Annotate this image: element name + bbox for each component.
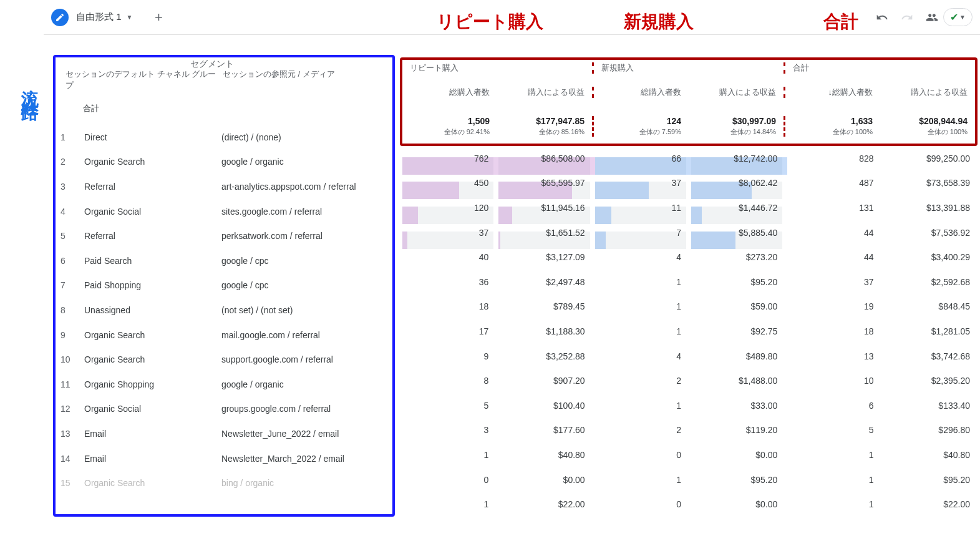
metric-cell: 37 bbox=[593, 178, 689, 188]
check-icon: ✔ bbox=[950, 11, 958, 23]
table-row[interactable]: 2 Organic Search google / organic bbox=[56, 150, 392, 175]
table-row[interactable]: 7 Paid Shopping google / cpc bbox=[56, 273, 392, 298]
table-row[interactable]: 13 Email Newsletter_June_2022 / email bbox=[56, 421, 392, 446]
total-revenue-header[interactable]: 購入による収益 bbox=[880, 87, 975, 98]
new-revenue-header[interactable]: 購入による収益 bbox=[689, 87, 785, 98]
row-source: google / organic bbox=[221, 379, 387, 389]
metric-cell: $11,945.16 bbox=[496, 203, 592, 213]
table-row[interactable]: 3$177.602$119.205$296.80 bbox=[400, 418, 978, 443]
row-channel: Organic Search bbox=[78, 330, 221, 340]
share-icon[interactable] bbox=[921, 6, 943, 29]
table-row[interactable]: 5 Referral perksatwork.com / referral bbox=[56, 223, 392, 248]
row-index: 7 bbox=[61, 280, 78, 290]
table-row[interactable]: 4 Organic Social sites.google.com / refe… bbox=[56, 199, 392, 224]
table-row[interactable]: 9$3,252.884$489.8013$3,742.68 bbox=[400, 344, 978, 369]
row-index: 1 bbox=[61, 132, 78, 142]
table-row[interactable]: 10 Organic Search support.google.com / r… bbox=[56, 347, 392, 372]
row-channel: Direct bbox=[78, 132, 221, 142]
metric-cell: $12,742.00 bbox=[689, 154, 785, 163]
dimension-column-block: セッションのデフォルト チャネル グループ セッションの参照元 / メディア 合… bbox=[53, 55, 395, 517]
source-medium-header[interactable]: セッションの参照元 / メディア bbox=[223, 65, 387, 80]
metric-cell: $100.40 bbox=[496, 401, 592, 411]
metric-cell: $1,651.52 bbox=[496, 228, 592, 238]
annotation-repeat: リピート購入 bbox=[437, 10, 543, 34]
table-row[interactable]: 0$0.001$95.201$95.20 bbox=[400, 467, 978, 492]
metric-cell: $3,252.88 bbox=[496, 351, 592, 361]
metric-cell: $1,281.05 bbox=[881, 326, 978, 336]
segment-repeat-header[interactable]: リピート購入 bbox=[402, 62, 594, 74]
table-row[interactable]: 1$40.800$0.001$40.80 bbox=[400, 442, 978, 467]
metric-cell: 1 bbox=[593, 401, 689, 411]
tab-dropdown-icon[interactable]: ▼ bbox=[127, 14, 133, 21]
metric-cell: $0.00 bbox=[496, 475, 592, 485]
table-row[interactable]: 8$907.202$1,488.0010$2,395.20 bbox=[400, 368, 978, 393]
total-total-purchasers: 1,633全体の 100% bbox=[785, 116, 880, 137]
table-row[interactable]: 36$2,497.481$95.2037$2,592.68 bbox=[400, 270, 978, 295]
metric-cell: 6 bbox=[785, 401, 881, 411]
table-row[interactable]: 15 Organic Search bing / organic bbox=[56, 471, 392, 495]
metric-cell: 450 bbox=[400, 178, 496, 188]
total-purchasers-header[interactable]: ↓総購入者数 bbox=[785, 87, 880, 98]
redo-icon[interactable] bbox=[896, 6, 918, 29]
metric-cell: $2,395.20 bbox=[881, 376, 978, 386]
edit-icon[interactable] bbox=[51, 9, 69, 26]
table-row[interactable]: 5$100.401$33.006$133.40 bbox=[400, 393, 978, 418]
total-repeat-revenue: $177,947.85全体の 85.16% bbox=[497, 116, 594, 137]
undo-icon[interactable] bbox=[871, 6, 893, 29]
metric-cell: 0 bbox=[593, 450, 689, 460]
table-row[interactable]: 3 Referral art-analytics.appspot.com / r… bbox=[56, 174, 392, 199]
row-index: 11 bbox=[61, 379, 78, 389]
metric-cell: $22.00 bbox=[881, 499, 978, 509]
metric-cell: $3,400.29 bbox=[881, 252, 978, 262]
metric-cell: 10 bbox=[785, 376, 881, 386]
annotation-new: 新規購入 bbox=[624, 10, 694, 34]
repeat-revenue-header[interactable]: 購入による収益 bbox=[497, 87, 594, 98]
tab-name[interactable]: 自由形式 1 bbox=[76, 11, 122, 23]
metric-cell: $1,446.72 bbox=[689, 203, 785, 213]
metric-cell: 1 bbox=[593, 326, 689, 336]
metric-cell: $1,188.30 bbox=[496, 326, 592, 336]
row-channel: Organic Search bbox=[78, 157, 221, 167]
repeat-purchasers-header[interactable]: 総購入者数 bbox=[402, 87, 497, 98]
table-row[interactable]: 14 Email Newsletter_March_2022 / email bbox=[56, 446, 392, 471]
table-row[interactable]: 6 Paid Search google / cpc bbox=[56, 248, 392, 273]
metric-cell: 487 bbox=[785, 178, 881, 188]
segment-new-header[interactable]: 新規購入 bbox=[594, 62, 785, 74]
table-row[interactable]: 1$22.000$0.001$22.00 bbox=[400, 492, 978, 517]
table-row[interactable]: 8 Unassigned (not set) / (not set) bbox=[56, 298, 392, 323]
new-purchasers-header[interactable]: 総購入者数 bbox=[594, 87, 689, 98]
segment-total-header[interactable]: 合計 bbox=[785, 62, 975, 74]
metric-cell: $86,508.00 bbox=[496, 154, 592, 163]
metric-cell: 13 bbox=[785, 351, 881, 361]
metric-cell: 5 bbox=[785, 425, 881, 435]
row-source: google / organic bbox=[221, 157, 387, 167]
metric-cell: 44 bbox=[785, 228, 881, 238]
table-row[interactable]: 762 $86,508.00 66 $12,742.00828$99,250.0… bbox=[400, 146, 978, 171]
metric-cell: 1 bbox=[400, 450, 496, 460]
row-channel: Organic Search bbox=[78, 354, 221, 364]
table-row[interactable]: 18$789.451$59.0019$848.45 bbox=[400, 295, 978, 319]
metric-cell: $99,250.00 bbox=[881, 154, 978, 163]
metric-cell: 36 bbox=[400, 277, 496, 287]
table-row[interactable]: 12 Organic Social groups.google.com / re… bbox=[56, 397, 392, 422]
metric-cell: 131 bbox=[785, 203, 881, 213]
table-row[interactable]: 17$1,188.301$92.7518$1,281.05 bbox=[400, 319, 978, 344]
metric-cell: 66 bbox=[593, 154, 689, 163]
metric-cell: $95.20 bbox=[881, 475, 978, 485]
metric-cell: $33.00 bbox=[689, 401, 785, 411]
table-row[interactable]: 1 Direct (direct) / (none) bbox=[56, 125, 392, 150]
table-row[interactable]: 11 Organic Shopping google / organic bbox=[56, 372, 392, 397]
metric-cell: 17 bbox=[400, 326, 496, 336]
row-source: art-analytics.appspot.com / referral bbox=[221, 182, 387, 192]
metric-cell: $73,658.39 bbox=[881, 178, 978, 188]
status-pill[interactable]: ✔ ▼ bbox=[943, 8, 973, 26]
row-source: (not set) / (not set) bbox=[221, 305, 387, 315]
table-row[interactable]: 9 Organic Search mail.google.com / refer… bbox=[56, 323, 392, 348]
metric-cell: 19 bbox=[785, 301, 881, 311]
channel-group-header[interactable]: セッションのデフォルト チャネル グループ bbox=[61, 65, 223, 91]
metric-cell: $92.75 bbox=[689, 326, 785, 336]
row-index: 4 bbox=[61, 207, 78, 217]
add-tab-button[interactable]: + bbox=[147, 6, 170, 29]
metric-cell: 1 bbox=[785, 475, 881, 485]
metric-cell: $7,536.92 bbox=[881, 228, 978, 238]
